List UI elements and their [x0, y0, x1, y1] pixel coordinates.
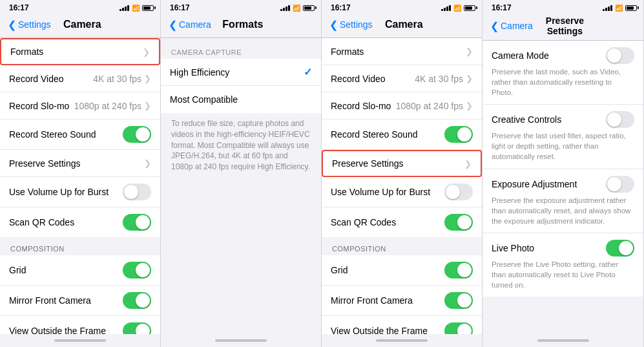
grid-item-3[interactable]: Grid: [322, 255, 482, 286]
qr-item-1[interactable]: Scan QR Codes: [0, 207, 160, 237]
composition-section-1: Grid Mirror Front Camera View Outside th…: [0, 255, 160, 334]
signal-icon: [119, 5, 129, 11]
record-video-value-3: 4K at 30 fps ❯: [415, 74, 473, 84]
qr-toggle-3[interactable]: [444, 214, 473, 231]
preserve-label-3: Preserve Settings: [332, 158, 404, 169]
exposure-toggle[interactable]: [606, 176, 634, 193]
outside-toggle-1[interactable]: [123, 322, 151, 334]
status-icons-3: 📶: [441, 5, 475, 12]
volume-burst-toggle-1[interactable]: [123, 184, 151, 200]
volume-burst-toggle-3[interactable]: [444, 184, 473, 200]
preserve-value-3: ❯: [464, 159, 472, 169]
record-video-item-3[interactable]: Record Video 4K at 30 fps ❯: [322, 65, 482, 92]
camera-mode-item[interactable]: Camera Mode Preserve the last mode, such…: [483, 41, 643, 105]
preserve-item-3[interactable]: Preserve Settings ❯: [322, 150, 482, 177]
qr-item-3[interactable]: Scan QR Codes: [322, 207, 482, 237]
live-photo-toggle[interactable]: [606, 240, 634, 257]
high-efficiency-option[interactable]: High Efficiency ✓: [161, 59, 321, 86]
wifi-icon: 📶: [132, 5, 140, 12]
status-icons-4: 📶: [603, 5, 637, 12]
settings-content-3: Formats ❯ Record Video 4K at 30 fps ❯ Re…: [322, 38, 482, 334]
stereo-toggle-1[interactable]: [123, 126, 151, 143]
outside-item-1[interactable]: View Outside the Frame: [0, 316, 160, 334]
main-section-3: Formats ❯ Record Video 4K at 30 fps ❯ Re…: [322, 38, 482, 237]
grid-toggle-1[interactable]: [123, 262, 151, 279]
formats-item-3[interactable]: Formats ❯: [322, 38, 482, 65]
chevron-back-icon: ❮: [8, 19, 16, 31]
back-button-2[interactable]: ❮ Camera: [169, 19, 211, 31]
panel-preserve-settings: 16:17 📶 ❮ Camera Preserve Settings: [483, 0, 644, 347]
exposure-desc: Preserve the exposure adjustment rather …: [492, 195, 634, 226]
stereo-toggle-3[interactable]: [444, 126, 473, 143]
mirror-item-3[interactable]: Mirror Front Camera: [322, 286, 482, 316]
mirror-label-3: Mirror Front Camera: [331, 295, 413, 306]
battery-icon-2: [303, 5, 315, 11]
home-bar-1: [54, 339, 106, 342]
record-slomo-value-3: 1080p at 240 fps ❯: [396, 101, 473, 111]
time-2: 16:17: [170, 3, 190, 12]
panel-camera-2: 16:17 📶 ❮ Settings Camera Formats ❯: [322, 0, 483, 347]
status-bar-1: 16:17 📶: [0, 0, 160, 14]
camera-mode-header: Camera Mode: [492, 47, 634, 64]
grid-toggle-3[interactable]: [444, 262, 473, 279]
stereo-label-3: Record Stereo Sound: [331, 129, 418, 140]
chevron-right-icon: ❯: [143, 47, 150, 57]
live-photo-item[interactable]: Live Photo Preserve the Live Photo setti…: [483, 233, 643, 297]
back-label-1[interactable]: Settings: [18, 19, 51, 30]
back-label-4[interactable]: Camera: [501, 21, 533, 31]
signal-icon-3: [441, 5, 451, 11]
outside-label-3: View Outside the Frame: [331, 326, 428, 334]
live-photo-desc: Preserve the Live Photo setting, rather …: [492, 259, 634, 290]
composition-label-3: COMPOSITION: [322, 237, 482, 255]
time-3: 16:17: [331, 3, 351, 12]
panel-camera-1: 16:17 📶 ❮ Settings Camera Formats ❯: [0, 0, 161, 347]
qr-toggle-1[interactable]: [123, 214, 151, 231]
formats-item[interactable]: Formats ❯: [0, 38, 160, 65]
record-video-item-1[interactable]: Record Video 4K at 30 fps ❯: [0, 65, 160, 92]
nav-bar-2: ❮ Camera Formats: [161, 14, 321, 37]
chevron-icon-2: ❯: [144, 101, 151, 110]
back-button-1[interactable]: ❮ Settings: [8, 19, 51, 31]
most-compatible-option[interactable]: Most Compatible: [161, 86, 321, 113]
formats-label-3: Formats: [331, 47, 364, 57]
back-label-2[interactable]: Camera: [179, 19, 211, 30]
record-slomo-item-1[interactable]: Record Slo-mo 1080p at 240 fps ❯: [0, 92, 160, 120]
preserve-settings-content: Camera Mode Preserve the last mode, such…: [483, 41, 643, 334]
back-button-4[interactable]: ❮ Camera: [490, 20, 533, 32]
wifi-icon-4: 📶: [615, 5, 623, 12]
home-indicator-1: [0, 334, 160, 347]
home-indicator-3: [322, 334, 482, 347]
chevron-icon-3: ❯: [144, 158, 151, 168]
exposure-item[interactable]: Exposure Adjustment Preserve the exposur…: [483, 169, 643, 233]
outside-item-3[interactable]: View Outside the Frame: [322, 316, 482, 334]
outside-toggle-3[interactable]: [444, 322, 473, 334]
main-section-1: Formats ❯ Record Video 4K at 30 fps ❯ Re…: [0, 38, 160, 237]
record-video-label-1: Record Video: [9, 74, 64, 84]
mirror-toggle-1[interactable]: [123, 292, 151, 309]
composition-label-1: COMPOSITION: [0, 237, 160, 255]
stereo-item-3[interactable]: Record Stereo Sound: [322, 120, 482, 150]
preserve-label-1: Preserve Settings: [9, 158, 81, 169]
time-1: 16:17: [9, 3, 29, 12]
camera-mode-toggle[interactable]: [606, 47, 634, 64]
exposure-title: Exposure Adjustment: [492, 179, 577, 189]
outside-label-1: View Outside the Frame: [9, 326, 106, 334]
stereo-item-1[interactable]: Record Stereo Sound: [0, 120, 160, 150]
creative-controls-toggle[interactable]: [606, 111, 634, 128]
home-bar-3: [376, 339, 428, 342]
record-slomo-item-3[interactable]: Record Slo-mo 1080p at 240 fps ❯: [322, 92, 482, 120]
status-bar-4: 16:17 📶: [483, 0, 643, 14]
grid-item-1[interactable]: Grid: [0, 255, 160, 286]
mirror-item-1[interactable]: Mirror Front Camera: [0, 286, 160, 316]
volume-burst-item-1[interactable]: Use Volume Up for Burst: [0, 177, 160, 207]
back-button-3[interactable]: ❮ Settings: [329, 19, 373, 31]
status-bar-2: 16:17 📶: [161, 0, 321, 14]
mirror-toggle-3[interactable]: [444, 292, 473, 309]
formats-value: ❯: [143, 47, 150, 57]
record-video-label-3: Record Video: [331, 74, 386, 84]
back-label-3[interactable]: Settings: [340, 19, 373, 30]
preserve-item-nav-1[interactable]: Preserve Settings ❯: [0, 150, 160, 177]
qr-label-3: Scan QR Codes: [331, 217, 396, 227]
volume-burst-item-3[interactable]: Use Volume Up for Burst: [322, 177, 482, 207]
creative-controls-item[interactable]: Creative Controls Preserve the last used…: [483, 105, 643, 169]
